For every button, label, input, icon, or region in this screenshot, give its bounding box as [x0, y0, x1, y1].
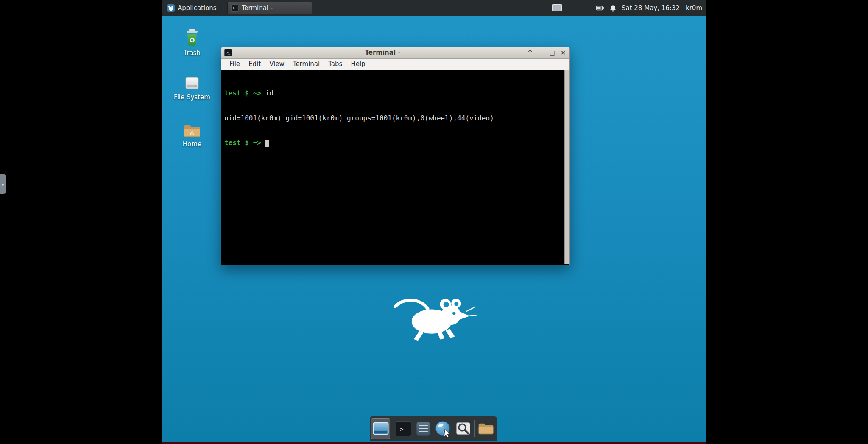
dock-item-home-folder[interactable]	[477, 418, 496, 439]
tasklist-button-label: Terminal -	[242, 4, 273, 12]
home-folder-icon: ⌂	[183, 123, 201, 139]
trash-icon: ♻	[184, 28, 201, 47]
screen-bottom-edge	[162, 442, 706, 444]
xfce-mouse-logo	[390, 296, 479, 343]
system-tray: Sat 28 May, 16:32 kr0m	[596, 0, 704, 16]
panel-clock[interactable]: Sat 28 May, 16:32	[622, 4, 680, 12]
panel-handle[interactable]: ⋮	[221, 0, 226, 16]
dock-item-terminal[interactable]: >_	[394, 418, 413, 439]
desktop-icon-label: Trash	[167, 49, 218, 57]
terminal-window: >_ Terminal - ^ – □ × File Edit View Ter…	[221, 47, 570, 265]
desktop-icon-label: Home	[167, 140, 218, 148]
dock-separator	[474, 420, 475, 437]
desktop-icon-home[interactable]: ⌂ Home	[167, 119, 218, 148]
desktop-icon-file-system[interactable]: File System	[167, 72, 218, 101]
applications-menu-button[interactable]: Applications	[162, 0, 221, 16]
dock-item-app-finder[interactable]	[454, 418, 473, 439]
desktop[interactable]: Applications ⋮ >_ Terminal - Sat 28 May,…	[162, 0, 706, 444]
window-title: Terminal -	[247, 49, 519, 56]
menu-tabs[interactable]: Tabs	[324, 59, 346, 69]
shade-button[interactable]: ^	[527, 49, 533, 56]
desktop-root: { "colors": { "desktop_top": "#2096c6", …	[0, 0, 868, 444]
shell-prompt: test $ ~>	[224, 89, 261, 97]
menu-view[interactable]: View	[265, 59, 288, 69]
dock-item-file-manager[interactable]	[414, 418, 433, 439]
menu-edit[interactable]: Edit	[245, 59, 265, 69]
desktop-icon-label: File System	[167, 93, 218, 101]
minimize-button[interactable]: –	[538, 49, 544, 56]
shell-prompt: test $ ~>	[224, 139, 261, 147]
output-text: uid=1001(kr0m) gid=1001(kr0m) groups=100…	[224, 114, 494, 122]
web-browser-icon	[435, 420, 452, 437]
top-panel: Applications ⋮ >_ Terminal - Sat 28 May,…	[162, 0, 706, 16]
menu-file[interactable]: File	[226, 59, 244, 69]
hidden-panel-reveal-button[interactable]: ▸	[0, 174, 6, 194]
dock-item-show-desktop[interactable]	[371, 418, 390, 439]
notification-bell-icon[interactable]	[609, 5, 617, 12]
terminal-line: uid=1001(kr0m) gid=1001(kr0m) groups=100…	[224, 114, 561, 123]
terminal-line: test $ ~>id	[224, 89, 561, 98]
terminal-icon: >_	[231, 4, 239, 12]
workspace-switcher[interactable]	[552, 4, 562, 11]
window-menubar: File Edit View Terminal Tabs Help	[221, 59, 569, 70]
window-controls: ^ – □ ×	[527, 49, 567, 56]
terminal-launcher-icon: >_	[396, 421, 411, 436]
folder-icon	[477, 422, 494, 436]
terminal-content[interactable]: test $ ~>id uid=1001(kr0m) gid=1001(kr0m…	[221, 70, 569, 265]
terminal-cursor	[265, 140, 269, 147]
panel-username: kr0m	[686, 4, 704, 12]
window-titlebar[interactable]: >_ Terminal - ^ – □ ×	[221, 47, 569, 59]
dock-separator	[392, 420, 392, 437]
applications-label: Applications	[178, 4, 217, 12]
file-manager-icon	[415, 421, 431, 437]
command-text: id	[265, 89, 274, 97]
show-desktop-icon	[373, 422, 389, 436]
maximize-button[interactable]: □	[549, 49, 555, 56]
svg-text:♻: ♻	[189, 36, 195, 44]
tasklist-button-terminal[interactable]: >_ Terminal -	[227, 2, 312, 14]
terminal-line: test $ ~>	[224, 139, 561, 147]
dock-item-web-browser[interactable]	[434, 418, 453, 439]
drive-icon	[184, 75, 201, 92]
desktop-icon-trash[interactable]: ♻ Trash	[167, 28, 218, 57]
close-button[interactable]: ×	[560, 49, 567, 56]
menu-help[interactable]: Help	[347, 59, 369, 69]
bottom-dock: >_	[370, 416, 497, 441]
reveal-arrow-icon: ▸	[2, 182, 4, 187]
power-manager-icon[interactable]	[596, 6, 604, 11]
terminal-scrollbar[interactable]	[564, 70, 569, 264]
svg-text:⌂: ⌂	[190, 129, 194, 137]
app-finder-icon	[455, 421, 471, 436]
window-terminal-icon: >_	[224, 49, 232, 56]
menu-terminal[interactable]: Terminal	[289, 59, 324, 69]
applications-icon	[167, 4, 175, 12]
